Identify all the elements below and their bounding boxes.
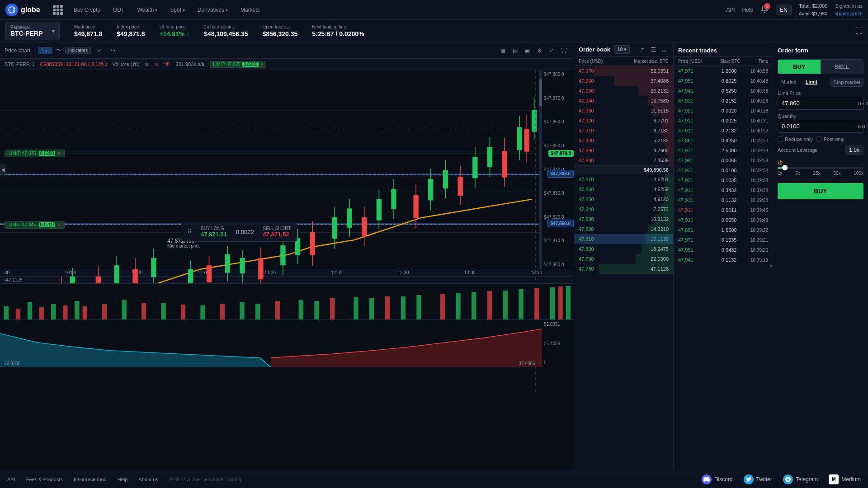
footer-api-link[interactable]: API xyxy=(7,477,15,482)
rt-row[interactable]: 47,9110.005010:39:43 xyxy=(674,215,773,225)
grid-icon[interactable] xyxy=(53,5,63,15)
stop-market-tab[interactable]: Stop market xyxy=(830,78,863,87)
ob-ask-row[interactable]: 47,900 5.2132 xyxy=(574,136,673,145)
fullscreen-icon[interactable]: ⛶ xyxy=(855,27,863,35)
ob-ask-row[interactable]: 47,930 11.5115 xyxy=(574,106,673,116)
rt-row[interactable]: 47,8610.925010:39:20 xyxy=(674,136,773,145)
ob-bid-row[interactable]: 47,820 14.3210 xyxy=(574,224,673,234)
logo[interactable]: globe xyxy=(5,4,40,16)
indicators-button[interactable]: Indicators xyxy=(65,47,91,54)
volume-close-icon[interactable]: × xyxy=(155,61,158,68)
timeframe-1m[interactable]: 1m xyxy=(38,47,52,54)
rt-row[interactable]: 47,9710.103510:39:21 xyxy=(674,235,773,245)
nav-gdt[interactable]: GDT xyxy=(108,4,130,16)
submit-buy-button[interactable]: BUY xyxy=(778,183,863,199)
rt-row[interactable]: 47,9410.113210:39:19 xyxy=(674,255,773,265)
rt-row[interactable]: 47,9310.010010:39:38 xyxy=(674,165,773,175)
rt-row[interactable]: 47,9110.343210:39:38 xyxy=(674,185,773,195)
rt-row[interactable]: 47,9110.002510:40:31 xyxy=(674,116,773,126)
nav-wealth[interactable]: Wealth xyxy=(132,4,163,16)
market-tab[interactable]: Market xyxy=(778,78,800,87)
rt-row[interactable]: 47,9310.215210:40:28 xyxy=(674,96,773,106)
twitter-social[interactable]: Twitter xyxy=(744,474,772,484)
rt-row[interactable]: 47,9410.525010:40:38 xyxy=(674,86,773,96)
buy-tab[interactable]: BUY xyxy=(778,60,821,74)
rt-row[interactable]: 47,9110.213210:40:22 xyxy=(674,126,773,136)
post-only-checkbox[interactable]: Post-only xyxy=(816,136,844,142)
leverage-value[interactable]: 1.0x xyxy=(845,145,863,155)
chart-fullscreen-icon[interactable]: ⛶ xyxy=(558,47,569,55)
rt-row[interactable]: 47,9711.200010:40:58 xyxy=(674,66,773,76)
volume-eye-icon[interactable]: 👁 xyxy=(164,61,170,68)
discord-social[interactable]: Discord xyxy=(702,474,733,484)
crosshair-drag-handle[interactable]: ⠿ xyxy=(188,229,192,235)
depth-chart[interactable]: -22.0300 37.4086- 52.0351 37.4086 0 xyxy=(0,319,574,367)
slider-thumb[interactable] xyxy=(782,165,788,170)
limit-price-input-group[interactable]: USD xyxy=(778,97,863,110)
chart-type-bars-icon[interactable]: ▦ xyxy=(498,47,508,55)
chart-type-area-icon[interactable]: ▣ xyxy=(522,47,533,55)
nav-spot[interactable]: Spot xyxy=(165,4,190,16)
rt-row[interactable]: 47,9110.113210:39:28 xyxy=(674,195,773,205)
rt-row[interactable]: 47,9410.006510:39:38 xyxy=(674,155,773,165)
language-selector[interactable]: EN xyxy=(776,5,792,15)
redo-icon[interactable]: ↪ xyxy=(108,47,118,55)
rt-row[interactable]: 47,9210.103510:39:38 xyxy=(674,175,773,185)
rt-row[interactable]: 47,9510.802510:40:48 xyxy=(674,76,773,86)
ob-ask-row[interactable]: 47,920 6.7791 xyxy=(574,116,673,126)
footer-help-link[interactable]: Help xyxy=(118,477,128,482)
undo-icon[interactable]: ↩ xyxy=(94,47,104,55)
rt-row[interactable]: 47,9210.002010:40:18 xyxy=(674,106,773,116)
volume-settings-icon[interactable]: ⚙ xyxy=(145,61,149,67)
chart-limit-2-close-icon[interactable]: × xyxy=(58,222,61,227)
line-chart-icon[interactable]: 〜 xyxy=(56,47,61,54)
footer-fees-link[interactable]: Fees & Products xyxy=(26,477,63,482)
notifications-button[interactable]: 3 xyxy=(760,5,769,14)
ob-bid-row-highlight[interactable]: 47,810 16.1130 xyxy=(574,234,673,244)
footer-insurance-link[interactable]: Insurance fund xyxy=(74,477,107,482)
nav-buy-crypto[interactable]: Buy Crypto xyxy=(68,4,106,16)
ob-ask-row[interactable]: 47,960 37.4086 xyxy=(574,76,673,86)
ob-size-selector[interactable]: 10 ▾ xyxy=(614,45,630,54)
market-selector[interactable]: Perpetual BTC-PERP ▾ xyxy=(5,22,60,40)
medium-social[interactable]: M Medium xyxy=(829,474,861,484)
rt-row[interactable]: 47,9110.001110:39:45 xyxy=(674,205,773,215)
ob-view-both-icon[interactable]: ≡ xyxy=(638,46,647,53)
reduce-only-checkbox[interactable]: Reduce-only xyxy=(778,136,813,142)
chart-side-arrow[interactable]: ◀ xyxy=(0,164,6,175)
ob-ask-row[interactable]: 47,880 2.4539 xyxy=(574,155,673,165)
ob-ask-row[interactable]: 47,940 13.7580 xyxy=(574,96,673,106)
limit-tab[interactable]: Limit xyxy=(802,78,821,87)
ob-bid-row[interactable]: 47,780 47.1128 xyxy=(574,264,673,274)
help-link[interactable]: Help xyxy=(742,7,753,13)
rt-row[interactable]: 47,9712.500010:39:18 xyxy=(674,145,773,155)
quantity-input[interactable] xyxy=(782,123,858,130)
ob-ask-row[interactable]: 47,910 6.7132 xyxy=(574,126,673,136)
rt-row[interactable]: 47,8611.650010:39:22 xyxy=(674,225,773,235)
chart-scrollbar[interactable] xyxy=(539,70,542,269)
ob-ask-row[interactable]: 47,970 52.0351 xyxy=(574,66,673,76)
ob-bid-row[interactable]: 47,800 18.2475 xyxy=(574,244,673,254)
rt-row[interactable]: 47,9510.343210:39:20 xyxy=(674,245,773,255)
chart-expand-icon[interactable]: ⤢ xyxy=(547,47,557,55)
volume-chart[interactable] xyxy=(0,283,574,319)
chart-settings-icon[interactable]: ⚙ xyxy=(534,47,545,55)
ob-bid-row[interactable]: 47,860 4.6259 xyxy=(574,184,673,194)
ob-bid-row[interactable]: 47,840 7.2573 xyxy=(574,204,673,214)
price-chart[interactable]: ◀ $47,880.0 $47,870.0 $47,860.0 $47,850.… xyxy=(0,70,574,269)
chart-type-candles-icon[interactable]: ▤ xyxy=(510,47,520,55)
quantity-input-group[interactable]: BTC xyxy=(778,120,863,133)
ob-view-asks-icon[interactable]: ≣ xyxy=(660,46,669,53)
limit-1-close-icon[interactable]: × xyxy=(260,62,263,67)
ob-bid-row[interactable]: 47,850 4.9120 xyxy=(574,194,673,204)
ob-bid-row[interactable]: 47,790 22.0300 xyxy=(574,254,673,264)
nav-markets[interactable]: Markets xyxy=(235,4,265,16)
chart-limit-1-close-icon[interactable]: × xyxy=(58,151,61,156)
ob-bid-row[interactable]: 47,870 4.6251 xyxy=(574,174,673,184)
ob-ask-row[interactable]: 47,890 4.7600 xyxy=(574,145,673,155)
leverage-slider[interactable]: 1x 5x 25x 50x 100x xyxy=(778,160,863,176)
sell-tab[interactable]: SELL xyxy=(821,60,863,74)
nav-derivatives[interactable]: Derivatives xyxy=(192,4,233,16)
ob-ask-row[interactable]: 47,950 20.2132 xyxy=(574,86,673,96)
footer-about-link[interactable]: About us xyxy=(138,477,158,482)
